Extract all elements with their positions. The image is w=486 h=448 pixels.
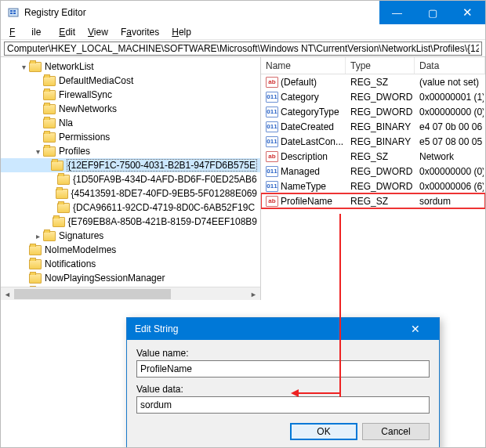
minimize-button[interactable]: — xyxy=(379,1,415,24)
window-controls: — ▢ ✕ xyxy=(379,1,485,24)
svg-rect-4 xyxy=(13,13,16,14)
list-row[interactable]: abProfileNameREG_SZsordum xyxy=(261,193,485,208)
folder-icon xyxy=(53,217,65,227)
callout-arrowhead-icon xyxy=(291,389,299,397)
list-row[interactable]: ab(Default)REG_SZ(value not set) xyxy=(261,74,485,89)
menu-help[interactable]: Help xyxy=(166,26,197,38)
app-icon xyxy=(7,6,20,19)
values-pane[interactable]: Name Type Data ab(Default)REG_SZ(value n… xyxy=(261,57,485,300)
binary-value-icon: 011 xyxy=(266,181,278,192)
column-type[interactable]: Type xyxy=(346,57,415,74)
tree-item[interactable]: ▾Profiles xyxy=(1,144,260,158)
tree-item[interactable]: {45413591-8DE7-40FD-9EB5-5F01288E069 xyxy=(1,186,260,201)
folder-icon xyxy=(43,146,56,157)
tree-item[interactable]: NewNetworks xyxy=(1,102,260,116)
list-row[interactable]: 011CategoryTypeREG_DWORD0x00000000 (0) xyxy=(261,104,485,119)
dialog-body: Value name: Value data: OK Cancel xyxy=(127,340,439,448)
value-type: REG_DWORD xyxy=(347,166,416,177)
menu-favorites[interactable]: Favorites xyxy=(115,26,165,38)
value-name: Managed xyxy=(281,166,320,177)
list-row[interactable]: 011ManagedREG_DWORD0x00000000 (0) xyxy=(261,164,485,179)
scroll-left-icon[interactable]: ◄ xyxy=(1,287,14,300)
folder-icon xyxy=(43,118,56,128)
scroll-thumb[interactable] xyxy=(14,289,171,299)
value-data-input[interactable] xyxy=(136,396,430,414)
list-header: Name Type Data xyxy=(261,57,485,74)
list-row[interactable]: 011DateCreatedREG_BINARYe4 07 0b 00 06 .… xyxy=(261,119,485,134)
folder-icon xyxy=(56,189,68,199)
value-data-label: Value data: xyxy=(136,384,430,395)
value-data: 0x00000001 (1) xyxy=(416,92,484,103)
tree-item[interactable]: ▸Signatures xyxy=(1,229,260,243)
tree-scrollbar-horizontal[interactable]: ◄ ► xyxy=(1,287,260,300)
tree-item[interactable]: {DCA96611-92CD-4719-8D0C-6AB52F19C xyxy=(1,201,260,215)
value-data: 0x00000000 (0) xyxy=(416,166,484,177)
list-row[interactable]: 011CategoryREG_DWORD0x00000001 (1) xyxy=(261,89,485,104)
tree-item[interactable]: Nla xyxy=(1,116,260,130)
tree-item[interactable]: ▾NetworkList xyxy=(1,60,260,74)
list-row[interactable]: abDescriptionREG_SZNetwork xyxy=(261,149,485,164)
value-type: REG_DWORD xyxy=(347,92,416,103)
tree-item-label: DefaultMediaCost xyxy=(59,75,133,86)
binary-value-icon: 011 xyxy=(266,121,278,132)
value-name: DateLastCon... xyxy=(281,136,343,147)
address-bar xyxy=(1,40,485,57)
list-row[interactable]: 011DateLastCon...REG_BINARYe5 07 08 00 0… xyxy=(261,134,485,149)
edit-string-dialog: Edit String ✕ Value name: Value data: OK… xyxy=(126,317,440,448)
ok-button[interactable]: OK xyxy=(290,423,357,440)
list-row[interactable]: 011NameTypeREG_DWORD0x00000006 (6) xyxy=(261,179,485,193)
binary-value-icon: 011 xyxy=(266,166,278,177)
value-type: REG_SZ xyxy=(347,77,416,88)
tree-item-label: {45413591-8DE7-40FD-9EB5-5F01288E069 xyxy=(71,188,258,199)
tree-item-label: Profiles xyxy=(59,146,90,157)
column-name[interactable]: Name xyxy=(261,57,346,74)
chevron-right-icon[interactable]: ▸ xyxy=(32,232,43,240)
menu-bar: File Edit View Favorites Help xyxy=(1,24,485,40)
scroll-track[interactable] xyxy=(14,287,247,300)
binary-value-icon: 011 xyxy=(266,107,278,117)
folder-icon xyxy=(29,273,42,284)
value-name-input[interactable] xyxy=(136,360,430,378)
value-data: Network xyxy=(416,151,484,162)
tree-item[interactable]: Permissions xyxy=(1,130,260,144)
tree-item[interactable]: DefaultMediaCost xyxy=(1,74,260,88)
tree-item[interactable]: {1D50FA9B-434D-4AFD-BD6F-F0ED25AB6 xyxy=(1,172,260,186)
close-button[interactable]: ✕ xyxy=(450,1,485,24)
dialog-title-bar[interactable]: Edit String ✕ xyxy=(127,318,439,340)
tree-item[interactable]: NowPlayingSessionManager xyxy=(1,271,260,285)
tree-item[interactable]: {12EF9F1C-7500-4031-B2B1-947FD6B575E xyxy=(1,158,260,172)
svg-rect-3 xyxy=(10,13,13,14)
tree-item[interactable]: {E769EB8A-850B-421B-8159-D74EEF108B9 xyxy=(1,215,260,229)
tree-item-label: Permissions xyxy=(59,132,110,143)
tree-item-label: {1D50FA9B-434D-4AFD-BD6F-F0ED25AB6 xyxy=(73,174,257,185)
menu-file[interactable]: File xyxy=(4,26,52,38)
tree-pane[interactable]: ▾NetworkListDefaultMediaCostFirewallSync… xyxy=(1,57,261,300)
tree-item[interactable]: NoImeModeImes xyxy=(1,243,260,257)
value-data: (value not set) xyxy=(416,77,484,88)
menu-view[interactable]: View xyxy=(82,26,114,38)
scroll-right-icon[interactable]: ► xyxy=(247,287,260,300)
value-data: sordum xyxy=(416,196,484,207)
tree-item-label: NetworkList xyxy=(45,61,94,72)
menu-file-label: ile xyxy=(26,26,46,38)
folder-icon xyxy=(43,231,56,241)
main-split: ▾NetworkListDefaultMediaCostFirewallSync… xyxy=(1,57,485,300)
tree-item-label: {E769EB8A-850B-421B-8159-D74EEF108B9 xyxy=(68,216,258,227)
chevron-down-icon[interactable]: ▾ xyxy=(18,63,29,71)
folder-icon xyxy=(51,161,63,171)
value-name: ProfileName xyxy=(281,196,332,207)
menu-edit[interactable]: Edit xyxy=(53,26,81,38)
tree-item-label: {DCA96611-92CD-4719-8D0C-6AB52F19C xyxy=(73,202,255,213)
maximize-button[interactable]: ▢ xyxy=(415,1,450,24)
cancel-button[interactable]: Cancel xyxy=(362,423,430,440)
dialog-close-button[interactable]: ✕ xyxy=(400,323,431,335)
tree-item[interactable]: Notifications xyxy=(1,257,260,271)
tree-item-label: NowPlayingSessionManager xyxy=(45,273,165,284)
address-input[interactable] xyxy=(4,42,482,56)
value-name-label: Value name: xyxy=(136,348,430,359)
tree-item[interactable]: FirewallSync xyxy=(1,88,260,102)
value-data: 0x00000006 (6) xyxy=(416,181,484,192)
value-name: CategoryType xyxy=(281,107,339,117)
chevron-down-icon[interactable]: ▾ xyxy=(32,147,43,156)
column-data[interactable]: Data xyxy=(415,57,485,74)
